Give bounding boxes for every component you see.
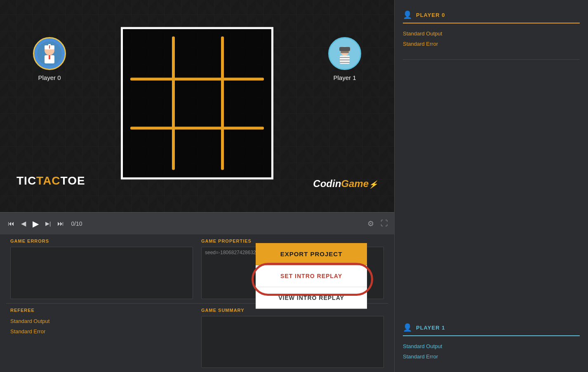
play-button[interactable]: ▶ <box>31 217 40 230</box>
codingame-logo: CodinGame⚡ <box>313 178 378 190</box>
game-summary-box <box>201 316 384 368</box>
player1-stdout-link[interactable]: Standard Output <box>403 341 580 351</box>
player0-avatar <box>33 37 66 70</box>
svg-rect-13 <box>340 59 350 61</box>
player0-icon: 👤 <box>403 10 412 19</box>
frame-counter: 0/10 <box>71 220 82 227</box>
skip-back-button[interactable]: ⏮ <box>6 218 16 229</box>
referee-stdout-link[interactable]: Standard Output <box>10 316 193 326</box>
game-errors-section: GAME ERRORS <box>6 239 197 299</box>
player1-avatar-container: Player 1 <box>328 37 361 81</box>
game-errors-label: GAME ERRORS <box>10 239 193 243</box>
player1-header: 👤 PLAYER 1 <box>403 323 580 336</box>
game-title: TICTACTOE <box>16 174 85 187</box>
referee-label: REFEREE <box>10 308 193 313</box>
sidebar-spacer <box>395 66 588 319</box>
main-area: Player 0 <box>0 0 394 372</box>
grid-line-h1 <box>130 78 264 81</box>
player0-header: 👤 PLAYER 0 <box>403 10 580 23</box>
step-forward-button[interactable]: ▶| <box>44 219 52 228</box>
dropdown-overlay: EXPORT PROJECT SET INTRO REPLAY VIEW INT… <box>256 243 367 309</box>
svg-rect-14 <box>340 62 350 63</box>
grid-line-v2 <box>221 36 224 170</box>
sidebar-player0-section: 👤 PLAYER 0 Standard Output Standard Erro… <box>395 6 588 53</box>
sidebar-player1-section: 👤 PLAYER 1 Standard Output Standard Erro… <box>395 319 588 366</box>
player1-avatar <box>328 37 361 70</box>
title-tic: TIC <box>16 174 36 187</box>
view-intro-replay-button[interactable]: VIEW INTRO REPLAY <box>256 287 367 309</box>
player1-header-name: PLAYER 1 <box>416 325 445 331</box>
svg-rect-9 <box>339 47 350 51</box>
player1-stderr-link[interactable]: Standard Error <box>403 351 580 362</box>
fullscreen-icon[interactable]: ⛶ <box>381 219 388 228</box>
game-summary-section: GAME SUMMARY <box>197 308 388 368</box>
logo-spark: ⚡ <box>369 180 378 189</box>
export-project-button[interactable]: EXPORT PROJECT <box>256 243 367 265</box>
svg-rect-6 <box>49 55 50 59</box>
player1-icon: 👤 <box>403 323 412 332</box>
title-tac: TAC <box>36 174 60 187</box>
set-intro-replay-button[interactable]: SET INTRO REPLAY <box>256 265 367 287</box>
playback-controls: ⏮ ◀ ▶ ▶| ⏭ 0/10 ⚙ ⛶ <box>0 212 394 234</box>
game-canvas: Player 0 <box>0 0 394 212</box>
game-errors-box <box>10 247 193 299</box>
title-toe: TOE <box>61 174 85 187</box>
player0-stderr-link[interactable]: Standard Error <box>403 39 580 49</box>
referee-section: REFEREE Standard Output Standard Error <box>6 308 197 368</box>
grid-line-v1 <box>172 36 175 170</box>
svg-rect-4 <box>49 45 50 49</box>
ttt-board <box>123 29 271 177</box>
logo-codin: Codin <box>313 178 341 189</box>
sidebar-divider <box>403 59 580 60</box>
referee-stderr-link[interactable]: Standard Error <box>10 326 193 337</box>
player1-name: Player 1 <box>333 74 356 81</box>
ttt-board-container <box>121 27 273 179</box>
player0-stdout-link[interactable]: Standard Output <box>403 28 580 39</box>
logo-game: Game <box>341 178 369 189</box>
player1-avatar-image <box>332 41 357 66</box>
game-viewer: Player 0 <box>0 0 394 212</box>
skip-forward-button[interactable]: ⏭ <box>56 218 66 229</box>
player0-name: Player 0 <box>38 74 61 81</box>
player0-avatar-image <box>37 41 62 66</box>
player0-avatar-container: Player 0 <box>33 37 66 81</box>
grid-line-h2 <box>130 127 264 130</box>
bottom-panels-row: REFEREE Standard Output Standard Error G… <box>0 304 394 372</box>
step-back-button[interactable]: ◀ <box>19 218 28 229</box>
svg-rect-10 <box>341 51 349 53</box>
right-sidebar: 👤 PLAYER 0 Standard Output Standard Erro… <box>394 0 588 372</box>
player0-header-name: PLAYER 0 <box>416 12 445 18</box>
svg-rect-12 <box>340 57 350 58</box>
settings-icon[interactable]: ⚙ <box>367 219 374 228</box>
